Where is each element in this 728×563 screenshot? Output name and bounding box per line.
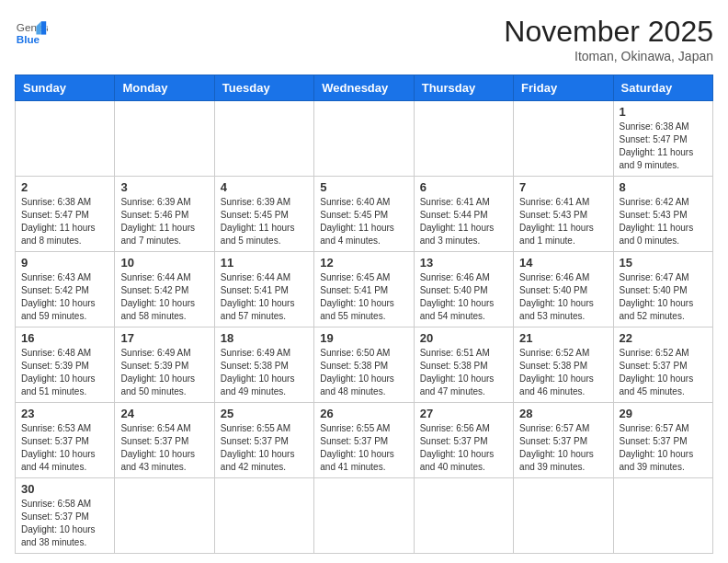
day-cell: 21Sunrise: 6:52 AM Sunset: 5:38 PM Dayli… (514, 327, 613, 403)
day-info: Sunrise: 6:51 AM Sunset: 5:38 PM Dayligh… (420, 347, 507, 398)
day-number: 24 (120, 407, 208, 420)
day-cell: 28Sunrise: 6:57 AM Sunset: 5:37 PM Dayli… (514, 403, 613, 478)
day-number: 18 (221, 331, 308, 345)
day-cell: 23Sunrise: 6:53 AM Sunset: 5:37 PM Dayli… (16, 403, 115, 478)
day-info: Sunrise: 6:38 AM Sunset: 5:47 PM Dayligh… (620, 121, 707, 172)
day-info: Sunrise: 6:55 AM Sunset: 5:37 PM Dayligh… (221, 422, 308, 474)
weekday-header-tuesday: Tuesday (214, 75, 313, 101)
day-info: Sunrise: 6:48 AM Sunset: 5:39 PM Dayligh… (21, 347, 108, 398)
svg-marker-2 (41, 21, 46, 34)
day-number: 19 (320, 331, 407, 345)
day-number: 5 (320, 180, 407, 194)
weekday-header-saturday: Saturday (613, 75, 712, 101)
day-cell (314, 478, 414, 554)
day-number: 1 (620, 105, 707, 119)
logo: General Blue (15, 15, 48, 48)
day-cell: 8Sunrise: 6:42 AM Sunset: 5:43 PM Daylig… (613, 177, 712, 252)
day-cell: 22Sunrise: 6:52 AM Sunset: 5:37 PM Dayli… (613, 327, 712, 403)
day-info: Sunrise: 6:57 AM Sunset: 5:37 PM Dayligh… (620, 422, 707, 474)
day-info: Sunrise: 6:40 AM Sunset: 5:45 PM Dayligh… (320, 196, 407, 247)
day-cell: 17Sunrise: 6:49 AM Sunset: 5:39 PM Dayli… (115, 327, 214, 403)
day-info: Sunrise: 6:39 AM Sunset: 5:45 PM Dayligh… (221, 196, 308, 247)
day-cell (414, 101, 513, 177)
month-title: November 2025 (504, 15, 713, 49)
week-row-4: 23Sunrise: 6:53 AM Sunset: 5:37 PM Dayli… (16, 403, 713, 478)
day-number: 13 (420, 256, 507, 270)
day-cell (115, 478, 214, 554)
day-cell: 5Sunrise: 6:40 AM Sunset: 5:45 PM Daylig… (314, 177, 414, 252)
day-info: Sunrise: 6:53 AM Sunset: 5:37 PM Dayligh… (21, 422, 108, 474)
day-number: 30 (21, 482, 108, 496)
day-info: Sunrise: 6:49 AM Sunset: 5:39 PM Dayligh… (120, 347, 208, 398)
day-number: 11 (221, 256, 308, 270)
day-info: Sunrise: 6:41 AM Sunset: 5:44 PM Dayligh… (420, 196, 507, 247)
day-info: Sunrise: 6:58 AM Sunset: 5:37 PM Dayligh… (21, 498, 108, 549)
weekday-header-sunday: Sunday (16, 75, 115, 101)
day-info: Sunrise: 6:41 AM Sunset: 5:43 PM Dayligh… (519, 196, 607, 247)
day-cell: 2Sunrise: 6:38 AM Sunset: 5:47 PM Daylig… (16, 177, 115, 252)
calendar-table: SundayMondayTuesdayWednesdayThursdayFrid… (15, 75, 713, 554)
day-number: 9 (21, 256, 108, 270)
day-cell: 24Sunrise: 6:54 AM Sunset: 5:37 PM Dayli… (115, 403, 214, 478)
day-info: Sunrise: 6:38 AM Sunset: 5:47 PM Dayligh… (21, 196, 108, 247)
day-cell: 6Sunrise: 6:41 AM Sunset: 5:44 PM Daylig… (414, 177, 513, 252)
day-info: Sunrise: 6:52 AM Sunset: 5:37 PM Dayligh… (620, 347, 707, 398)
day-info: Sunrise: 6:52 AM Sunset: 5:38 PM Dayligh… (519, 347, 607, 398)
day-info: Sunrise: 6:46 AM Sunset: 5:40 PM Dayligh… (420, 271, 507, 323)
day-cell: 14Sunrise: 6:46 AM Sunset: 5:40 PM Dayli… (514, 252, 613, 327)
day-info: Sunrise: 6:42 AM Sunset: 5:43 PM Dayligh… (620, 196, 707, 247)
day-info: Sunrise: 6:46 AM Sunset: 5:40 PM Dayligh… (519, 271, 607, 323)
day-cell: 29Sunrise: 6:57 AM Sunset: 5:37 PM Dayli… (613, 403, 712, 478)
day-cell: 3Sunrise: 6:39 AM Sunset: 5:46 PM Daylig… (115, 177, 214, 252)
day-number: 25 (221, 407, 308, 420)
week-row-2: 9Sunrise: 6:43 AM Sunset: 5:42 PM Daylig… (16, 252, 713, 327)
day-cell: 11Sunrise: 6:44 AM Sunset: 5:41 PM Dayli… (214, 252, 313, 327)
day-info: Sunrise: 6:44 AM Sunset: 5:42 PM Dayligh… (120, 271, 208, 323)
day-number: 17 (120, 331, 208, 345)
day-number: 7 (519, 180, 607, 194)
day-cell (115, 101, 214, 177)
day-number: 10 (120, 256, 208, 270)
day-cell: 7Sunrise: 6:41 AM Sunset: 5:43 PM Daylig… (514, 177, 613, 252)
day-cell: 18Sunrise: 6:49 AM Sunset: 5:38 PM Dayli… (214, 327, 313, 403)
day-cell (16, 101, 115, 177)
day-cell: 4Sunrise: 6:39 AM Sunset: 5:45 PM Daylig… (214, 177, 313, 252)
day-cell: 12Sunrise: 6:45 AM Sunset: 5:41 PM Dayli… (314, 252, 414, 327)
day-info: Sunrise: 6:44 AM Sunset: 5:41 PM Dayligh… (221, 271, 308, 323)
weekday-header-wednesday: Wednesday (314, 75, 414, 101)
day-cell: 10Sunrise: 6:44 AM Sunset: 5:42 PM Dayli… (115, 252, 214, 327)
day-info: Sunrise: 6:47 AM Sunset: 5:40 PM Dayligh… (620, 271, 707, 323)
day-info: Sunrise: 6:57 AM Sunset: 5:37 PM Dayligh… (519, 422, 607, 474)
day-info: Sunrise: 6:55 AM Sunset: 5:37 PM Dayligh… (320, 422, 407, 474)
day-cell (613, 478, 712, 554)
day-cell: 27Sunrise: 6:56 AM Sunset: 5:37 PM Dayli… (414, 403, 513, 478)
day-number: 27 (420, 407, 507, 420)
day-number: 14 (519, 256, 607, 270)
day-info: Sunrise: 6:56 AM Sunset: 5:37 PM Dayligh… (420, 422, 507, 474)
day-cell: 30Sunrise: 6:58 AM Sunset: 5:37 PM Dayli… (16, 478, 115, 554)
day-cell: 16Sunrise: 6:48 AM Sunset: 5:39 PM Dayli… (16, 327, 115, 403)
week-row-1: 2Sunrise: 6:38 AM Sunset: 5:47 PM Daylig… (16, 177, 713, 252)
day-info: Sunrise: 6:43 AM Sunset: 5:42 PM Dayligh… (21, 271, 108, 323)
logo-icon: General Blue (15, 15, 48, 48)
day-number: 12 (320, 256, 407, 270)
day-number: 15 (620, 256, 707, 270)
day-cell (514, 101, 613, 177)
day-number: 16 (21, 331, 108, 345)
day-cell: 19Sunrise: 6:50 AM Sunset: 5:38 PM Dayli… (314, 327, 414, 403)
day-number: 21 (519, 331, 607, 345)
weekday-header-row: SundayMondayTuesdayWednesdayThursdayFrid… (16, 75, 713, 101)
day-cell (414, 478, 513, 554)
day-number: 28 (519, 407, 607, 420)
day-number: 26 (320, 407, 407, 420)
day-info: Sunrise: 6:49 AM Sunset: 5:38 PM Dayligh… (221, 347, 308, 398)
day-cell: 26Sunrise: 6:55 AM Sunset: 5:37 PM Dayli… (314, 403, 414, 478)
week-row-0: 1Sunrise: 6:38 AM Sunset: 5:47 PM Daylig… (16, 101, 713, 177)
week-row-3: 16Sunrise: 6:48 AM Sunset: 5:39 PM Dayli… (16, 327, 713, 403)
day-cell: 9Sunrise: 6:43 AM Sunset: 5:42 PM Daylig… (16, 252, 115, 327)
day-info: Sunrise: 6:50 AM Sunset: 5:38 PM Dayligh… (320, 347, 407, 398)
weekday-header-thursday: Thursday (414, 75, 513, 101)
day-number: 4 (221, 180, 308, 194)
weekday-header-monday: Monday (115, 75, 214, 101)
day-cell: 13Sunrise: 6:46 AM Sunset: 5:40 PM Dayli… (414, 252, 513, 327)
